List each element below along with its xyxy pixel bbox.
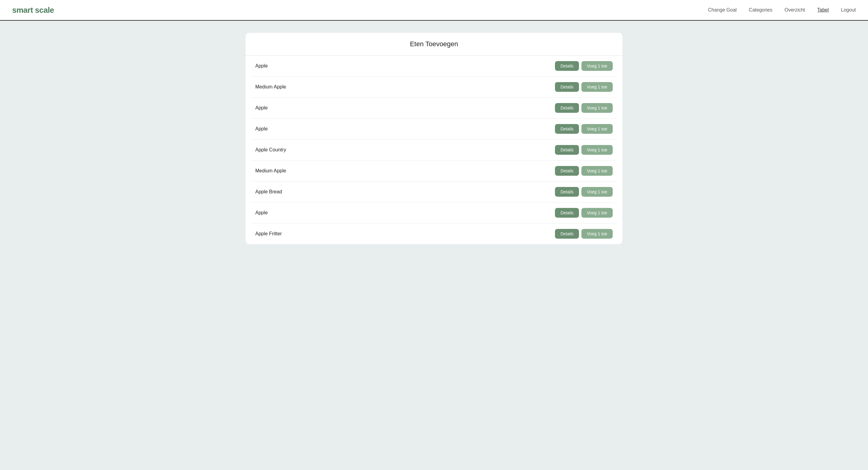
food-actions: DetailsVoeg 1 toe	[555, 145, 613, 155]
food-name: Medium Apple	[255, 84, 286, 90]
page-title-bar: Eten Toevoegen	[246, 33, 622, 56]
add-button[interactable]: Voeg 1 toe	[581, 229, 613, 239]
add-button[interactable]: Voeg 1 toe	[581, 208, 613, 218]
food-item: AppleDetailsVoeg 1 toe	[250, 97, 618, 119]
food-item: AppleDetailsVoeg 1 toe	[250, 119, 618, 140]
brand-logo: smart scale	[12, 5, 54, 15]
add-button[interactable]: Voeg 1 toe	[581, 166, 613, 176]
food-actions: DetailsVoeg 1 toe	[555, 208, 613, 218]
food-item: Medium AppleDetailsVoeg 1 toe	[250, 77, 618, 97]
details-button[interactable]: Details	[555, 229, 579, 239]
food-actions: DetailsVoeg 1 toe	[555, 103, 613, 113]
food-actions: DetailsVoeg 1 toe	[555, 61, 613, 71]
nav-link-categories[interactable]: Categories	[749, 7, 772, 12]
add-button[interactable]: Voeg 1 toe	[581, 145, 613, 155]
details-button[interactable]: Details	[555, 82, 579, 92]
food-name: Apple	[255, 105, 268, 111]
content-card: Eten Toevoegen AppleDetailsVoeg 1 toeMed…	[246, 33, 622, 244]
nav-link-tabel[interactable]: Tabel	[817, 7, 829, 12]
add-button[interactable]: Voeg 1 toe	[581, 187, 613, 197]
add-button[interactable]: Voeg 1 toe	[581, 61, 613, 71]
nav-links: Change GoalCategoriesOverzichtTabelLogou…	[708, 7, 856, 13]
details-button[interactable]: Details	[555, 61, 579, 71]
food-name: Apple Fritter	[255, 231, 282, 237]
food-item: Apple CountryDetailsVoeg 1 toe	[250, 140, 618, 160]
food-item: Apple BreadDetailsVoeg 1 toe	[250, 181, 618, 203]
add-button[interactable]: Voeg 1 toe	[581, 82, 613, 92]
details-button[interactable]: Details	[555, 166, 579, 176]
food-actions: DetailsVoeg 1 toe	[555, 166, 613, 176]
main-container: Eten Toevoegen AppleDetailsVoeg 1 toeMed…	[234, 33, 634, 244]
nav-link-logout[interactable]: Logout	[841, 7, 856, 12]
details-button[interactable]: Details	[555, 124, 579, 134]
add-button[interactable]: Voeg 1 toe	[581, 124, 613, 134]
nav-link-change-goal[interactable]: Change Goal	[708, 7, 737, 12]
food-item: Apple FritterDetailsVoeg 1 toe	[250, 224, 618, 244]
food-actions: DetailsVoeg 1 toe	[555, 124, 613, 134]
food-actions: DetailsVoeg 1 toe	[555, 187, 613, 197]
food-item: Medium AppleDetailsVoeg 1 toe	[250, 160, 618, 181]
food-name: Apple	[255, 210, 268, 215]
food-name: Apple Country	[255, 147, 286, 153]
nav-link-overzicht[interactable]: Overzicht	[784, 7, 805, 12]
details-button[interactable]: Details	[555, 187, 579, 197]
navbar: smart scale Change GoalCategoriesOverzic…	[0, 0, 868, 21]
details-button[interactable]: Details	[555, 145, 579, 155]
food-name: Apple	[255, 126, 268, 131]
food-item: AppleDetailsVoeg 1 toe	[250, 56, 618, 77]
page-title: Eten Toevoegen	[255, 40, 613, 48]
food-list: AppleDetailsVoeg 1 toeMedium AppleDetail…	[246, 56, 622, 244]
food-actions: DetailsVoeg 1 toe	[555, 82, 613, 92]
food-actions: DetailsVoeg 1 toe	[555, 229, 613, 239]
food-item: AppleDetailsVoeg 1 toe	[250, 203, 618, 224]
food-name: Apple Bread	[255, 189, 282, 195]
food-name: Apple	[255, 63, 268, 69]
add-button[interactable]: Voeg 1 toe	[581, 103, 613, 113]
food-name: Medium Apple	[255, 168, 286, 174]
details-button[interactable]: Details	[555, 208, 579, 218]
details-button[interactable]: Details	[555, 103, 579, 113]
